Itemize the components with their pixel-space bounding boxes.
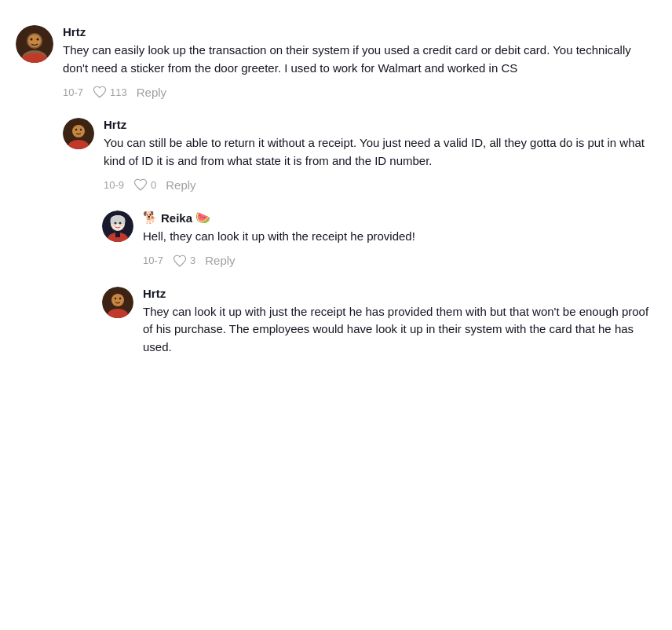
comment-item: Hrtz They can easily look up the transac… <box>16 16 656 108</box>
comment-text: They can look it up with just the receip… <box>143 303 656 357</box>
svg-point-18 <box>120 225 123 226</box>
comment-text: You can still be able to return it witho… <box>104 134 656 170</box>
svg-point-5 <box>37 38 39 41</box>
heart-icon <box>133 178 148 192</box>
username: Hrtz <box>63 25 656 38</box>
svg-point-15 <box>115 222 117 225</box>
comment-date: 10-7 <box>143 255 163 266</box>
like-count: 3 <box>190 255 195 266</box>
like-count: 113 <box>110 86 127 98</box>
svg-point-9 <box>75 129 77 130</box>
svg-rect-20 <box>115 233 120 237</box>
comment-text: Hell, they can look it up with the recei… <box>143 228 656 246</box>
like-button[interactable]: 113 <box>93 85 127 99</box>
svg-point-17 <box>112 225 115 226</box>
comment-date: 10-7 <box>63 86 83 98</box>
comment-date: 10-9 <box>104 179 124 191</box>
svg-point-22 <box>111 294 124 306</box>
svg-point-8 <box>72 125 85 137</box>
like-count: 0 <box>151 179 156 191</box>
comment-thread: Hrtz They can easily look up the transac… <box>16 16 656 365</box>
comment-meta: 10-9 0 Reply <box>104 178 656 192</box>
username-suffix: 🍉 <box>195 211 210 225</box>
avatar <box>102 287 133 318</box>
comment-text: They can easily look up the transaction … <box>63 42 656 77</box>
username-prefix: 🐕 <box>143 211 158 225</box>
svg-point-16 <box>119 222 122 225</box>
reply-button[interactable]: Reply <box>205 254 235 267</box>
heart-icon <box>93 85 107 99</box>
avatar <box>102 211 133 242</box>
like-button[interactable]: 3 <box>173 254 195 268</box>
comment-content: Hrtz They can easily look up the transac… <box>63 25 656 99</box>
svg-point-24 <box>119 297 121 299</box>
avatar <box>63 118 94 149</box>
comment-content: Hrtz They can look it up with just the r… <box>143 287 656 357</box>
reply-button[interactable]: Reply <box>166 178 195 192</box>
heart-icon <box>173 254 187 268</box>
username: Hrtz <box>143 287 656 300</box>
avatar <box>16 25 53 63</box>
comment-content: Hrtz You can still be able to return it … <box>104 118 656 192</box>
svg-point-23 <box>115 297 116 299</box>
reply-button[interactable]: Reply <box>137 86 166 99</box>
comment-item: Hrtz You can still be able to return it … <box>16 108 656 201</box>
comment-item: Hrtz They can look it up with just the r… <box>16 277 656 366</box>
comment-content: 🐕 Reika 🍉 Hell, they can look it up with… <box>143 211 656 268</box>
svg-point-10 <box>80 129 82 130</box>
comment-meta: 10-7 3 Reply <box>143 254 656 268</box>
svg-point-4 <box>31 38 33 41</box>
comment-item: 🐕 Reika 🍉 Hell, they can look it up with… <box>16 201 656 277</box>
username: Hrtz <box>104 118 656 131</box>
like-button[interactable]: 0 <box>133 178 156 192</box>
username: 🐕 Reika 🍉 <box>143 211 656 225</box>
comment-meta: 10-7 113 Reply <box>63 85 656 99</box>
